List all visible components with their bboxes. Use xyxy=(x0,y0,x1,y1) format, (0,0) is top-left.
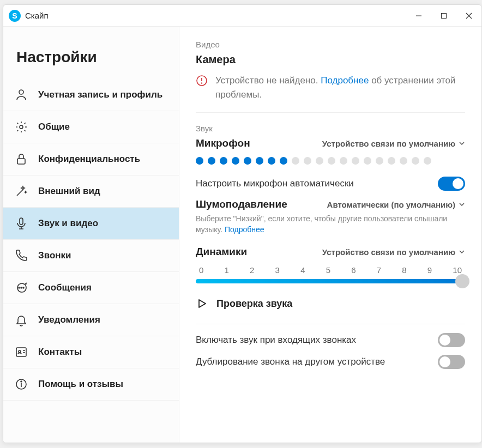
sidebar-item-audio-video[interactable]: Звук и видео xyxy=(3,208,179,240)
sidebar-item-privacy[interactable]: Конфиденциальность xyxy=(3,143,179,175)
sidebar-item-label: Конфиденциальность xyxy=(38,154,140,165)
noise-cancel-dropdown[interactable]: Автоматически (по умолчанию) xyxy=(327,200,465,209)
ring-duplicate-row: Дублирование звонка на другом устройстве xyxy=(196,355,465,369)
skype-logo-icon: S xyxy=(9,10,21,22)
mic-level-dot xyxy=(400,157,407,165)
slider-tick-label: 9 xyxy=(427,265,432,275)
svg-point-8 xyxy=(19,287,20,288)
sidebar-item-notifications[interactable]: Уведомления xyxy=(3,304,179,336)
noise-cancel-heading: Шумоподавление xyxy=(196,198,287,210)
camera-warning-text: Устройство не найдено. Подробнее об устр… xyxy=(215,74,465,101)
svg-point-12 xyxy=(19,350,21,353)
slider-tick-label: 5 xyxy=(326,265,330,275)
auto-adjust-mic-toggle[interactable] xyxy=(438,177,465,191)
sidebar-item-label: Учетная запись и профиль xyxy=(38,89,162,100)
sidebar-item-appearance[interactable]: Внешний вид xyxy=(3,175,179,208)
app-title: Скайп xyxy=(25,11,49,20)
ring-incoming-toggle[interactable] xyxy=(438,333,465,347)
divider xyxy=(196,324,465,324)
speakers-device-dropdown[interactable]: Устройство связи по умолчанию xyxy=(322,247,465,257)
camera-warning: Устройство не найдено. Подробнее об устр… xyxy=(196,74,465,113)
sidebar-item-messages[interactable]: Сообщения xyxy=(3,272,179,304)
mic-level-dot xyxy=(232,157,239,165)
camera-learn-more-link[interactable]: Подробнее xyxy=(321,75,369,86)
chat-icon xyxy=(14,281,28,295)
mic-level-dot xyxy=(376,157,383,165)
noise-learn-more-link[interactable]: Подробнее xyxy=(225,225,264,234)
slider-scale: 012345678910 xyxy=(196,265,465,275)
maximize-button[interactable] xyxy=(431,5,456,27)
test-audio-button[interactable]: Проверка звука xyxy=(196,298,465,310)
mic-level-dot xyxy=(424,157,431,165)
svg-rect-11 xyxy=(16,348,26,356)
minimize-button[interactable] xyxy=(406,5,431,27)
svg-point-15 xyxy=(21,381,22,382)
main-panel: Видео Камера Устройство не найдено. Подр… xyxy=(179,27,481,443)
mic-level-dot xyxy=(316,157,323,165)
mic-level-dot xyxy=(340,157,347,165)
sidebar-item-calls[interactable]: Звонки xyxy=(3,240,179,272)
speakers-heading: Динамики xyxy=(196,246,247,258)
speakers-device-value: Устройство связи по умолчанию xyxy=(322,247,455,257)
mic-level-dot xyxy=(352,157,359,165)
close-button[interactable] xyxy=(456,5,481,27)
lock-icon xyxy=(14,152,28,166)
mic-level-dot xyxy=(304,157,311,165)
page-title: Настройки xyxy=(3,27,179,79)
ring-incoming-row: Включать звук при входящих звонках xyxy=(196,333,465,347)
mic-level-dot xyxy=(412,157,419,165)
warning-icon xyxy=(196,75,208,87)
mic-level-dot xyxy=(292,157,299,165)
slider-tick-label: 10 xyxy=(453,265,462,275)
sidebar-item-general[interactable]: Общие xyxy=(3,111,179,143)
sidebar-item-label: Внешний вид xyxy=(38,186,100,197)
slider-tick-label: 2 xyxy=(250,265,254,275)
slider-thumb[interactable] xyxy=(455,274,469,288)
microphone-icon xyxy=(14,216,28,231)
svg-point-9 xyxy=(21,287,22,288)
noise-cancel-value: Автоматически (по умолчанию) xyxy=(327,200,455,209)
mic-level-dot xyxy=(196,157,203,165)
sidebar-item-label: Уведомления xyxy=(38,314,100,325)
slider-tick-label: 8 xyxy=(402,265,406,275)
sidebar-item-contacts[interactable]: Контакты xyxy=(3,336,179,368)
sidebar-item-label: Звонки xyxy=(38,250,71,261)
mic-level-dot xyxy=(244,157,251,165)
noise-cancel-hint: Выберите "Низкий", если хотите, чтобы др… xyxy=(196,214,465,235)
wand-icon xyxy=(14,184,28,198)
play-icon xyxy=(196,298,208,310)
window-controls xyxy=(406,5,481,27)
slider-tick-label: 0 xyxy=(199,265,203,275)
user-icon xyxy=(14,88,28,102)
gear-icon xyxy=(14,120,28,134)
chevron-down-icon xyxy=(459,201,465,208)
slider-tick-label: 6 xyxy=(351,265,356,275)
sidebar-item-help[interactable]: Помощь и отзывы xyxy=(3,368,179,401)
microphone-device-dropdown[interactable]: Устройство связи по умолчанию xyxy=(322,139,465,148)
mic-level-dot xyxy=(220,157,227,165)
info-icon xyxy=(14,377,28,391)
sidebar-item-label: Помощь и отзывы xyxy=(38,379,123,390)
speakers-volume-slider[interactable] xyxy=(196,279,465,283)
microphone-level-meter xyxy=(196,157,465,165)
titlebar: S Скайп xyxy=(3,5,481,27)
sidebar-item-account[interactable]: Учетная запись и профиль xyxy=(3,79,179,111)
svg-rect-1 xyxy=(442,13,447,18)
slider-tick-label: 7 xyxy=(377,265,381,275)
mic-level-dot xyxy=(208,157,215,165)
mic-level-dot xyxy=(256,157,263,165)
mic-level-dot xyxy=(268,157,275,165)
camera-heading: Камера xyxy=(196,53,465,66)
sidebar-item-label: Общие xyxy=(38,122,70,132)
noise-cancel-row: Шумоподавление Автоматически (по умолчан… xyxy=(196,198,465,210)
auto-adjust-mic-label: Настроить микрофон автоматически xyxy=(196,178,354,189)
bell-icon xyxy=(14,313,28,327)
mic-level-dot xyxy=(280,157,287,165)
mic-level-dot xyxy=(364,157,371,165)
microphone-heading: Микрофон xyxy=(196,137,250,149)
app-window: S Скайп Настройки Учетная запись и профи… xyxy=(3,4,482,443)
svg-rect-7 xyxy=(20,218,23,225)
contacts-icon xyxy=(14,345,28,359)
ring-duplicate-toggle[interactable] xyxy=(438,355,465,369)
video-section-label: Видео xyxy=(196,40,465,49)
